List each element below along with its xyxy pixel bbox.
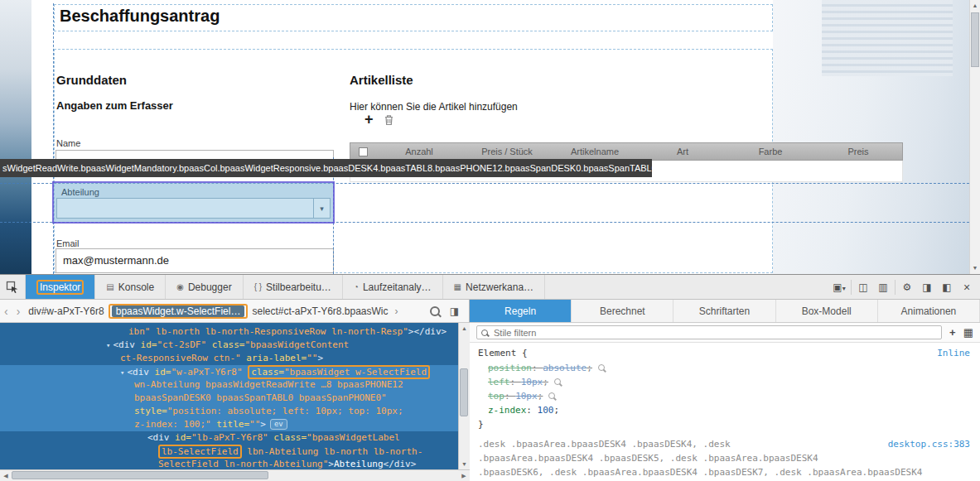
markup-line[interactable]: lb-SelectField lbn-Abteilung lb-north lb… <box>0 445 458 458</box>
markup-vertical-scrollbar[interactable]: ▲ ▼ <box>458 323 470 469</box>
markup-token: <div <box>127 367 149 378</box>
tab-console[interactable]: ▤ Konsole <box>95 275 166 299</box>
breadcrumb-forward-icon[interactable]: › <box>12 305 25 318</box>
scrollbar-thumb[interactable] <box>12 471 268 479</box>
select-all-checkbox[interactable] <box>359 147 368 156</box>
css-property-overridden[interactable]: positionabsolute <box>478 361 972 375</box>
split-console-icon[interactable]: ◫ <box>853 281 873 293</box>
abteilung-select-widget[interactable]: Abteilung ▾ <box>54 183 333 222</box>
element-picker-icon <box>6 281 19 294</box>
page-scrollbar-thumb[interactable] <box>971 12 979 67</box>
property-name[interactable]: position <box>488 363 543 373</box>
property-value[interactable]: absolute <box>543 363 592 373</box>
search-property-icon[interactable] <box>598 364 605 371</box>
markup-token: > <box>260 419 266 430</box>
dock-select-icon[interactable]: ▣▾ <box>829 281 849 293</box>
scroll-left-icon[interactable]: ◀ <box>0 470 12 481</box>
breadcrumb-item-div[interactable]: div#w-aPxT-Y6r8 <box>24 305 108 317</box>
annotation-box-breadcrumb: bpaasWidget.w-SelectFiel… <box>109 304 249 319</box>
property-name[interactable]: z-index <box>488 405 538 416</box>
css-property-overridden[interactable]: top10px <box>478 389 972 403</box>
rule-element[interactable]: Element { Inline <box>478 346 972 360</box>
search-icon[interactable] <box>430 306 440 316</box>
tab-box-model[interactable]: Box-Modell <box>776 300 878 322</box>
abteilung-select[interactable]: ▾ <box>56 198 331 219</box>
add-article-button[interactable]: + <box>364 111 374 128</box>
scroll-down-icon[interactable]: ▼ <box>970 262 980 274</box>
markup-line[interactable]: <div id="lb-aPxT-Y6r8" class="bpaasWidge… <box>0 431 458 445</box>
css-selector-line[interactable]: .desk .bpaasArea.bpaasDESK4 .bpaasDESK4,… <box>478 437 972 451</box>
search-property-icon[interactable] <box>548 392 555 399</box>
property-name[interactable]: left <box>488 377 521 387</box>
property-value[interactable]: 10px <box>521 377 548 387</box>
stylesheet-source-link[interactable]: desktop.css:383 <box>888 437 970 451</box>
search-property-icon[interactable] <box>554 378 561 385</box>
pseudo-class-toggle-icon[interactable]: ▦ <box>963 326 973 339</box>
tab-performance[interactable]: ◔ Laufzeitanaly… <box>343 275 443 299</box>
tab-inspector[interactable]: Inspektor <box>26 275 95 299</box>
column-header-art: Art <box>639 147 727 156</box>
tab-network[interactable]: ▦ Netzwerkana… <box>443 275 545 299</box>
add-rule-icon[interactable]: + <box>949 326 956 339</box>
dock-side-icon[interactable]: ◧ <box>937 281 957 293</box>
tab-inspector-label: Inspektor <box>40 281 80 293</box>
rule-selector[interactable]: Element <box>478 348 516 358</box>
property-name[interactable]: top <box>488 391 515 402</box>
markup-line-selected[interactable]: bpaasSpanDESK0 bpaasSpanTABL0 bpaasSpanP… <box>0 392 458 405</box>
markup-token: "lb-aPxT-Y6r8" <box>191 432 268 443</box>
tab-computed[interactable]: Berechnet <box>572 300 673 322</box>
dropdown-arrow-icon[interactable]: ▾ <box>313 199 330 218</box>
markup-line-selected[interactable]: z-index: 100;" title="">ev <box>0 418 458 431</box>
css-property[interactable]: z-index100 <box>478 403 972 417</box>
style-filter-input[interactable] <box>492 327 937 339</box>
css-selector-line[interactable]: .bpaasArea.bpaasDESK4 .bpaasDESK5, .desk… <box>478 451 972 465</box>
scroll-right-icon[interactable]: ▶ <box>458 470 470 481</box>
scrollbar-thumb[interactable] <box>460 368 468 416</box>
expand-arrow-icon[interactable]: ▾ <box>106 341 110 349</box>
delete-article-button[interactable] <box>384 114 394 129</box>
markup-line-selected[interactable]: wn-Abteilung bpaasWidgetReadWrite …8 bpa… <box>0 378 458 392</box>
property-value[interactable]: 100 <box>538 405 560 416</box>
page-scrollbar[interactable]: ▲ ▼ <box>969 0 980 274</box>
dock-bottom-icon[interactable]: ◨ <box>917 281 937 293</box>
search-icon <box>481 329 488 336</box>
breadcrumb-back-icon[interactable]: ‹ <box>0 305 12 318</box>
email-input[interactable]: max@mustermann.de <box>56 248 334 273</box>
tab-rules[interactable]: Regeln <box>470 300 572 322</box>
css-property-overridden[interactable]: left10px <box>478 375 972 389</box>
markup-line[interactable]: ct-ResponsiveRow ctn-" aria-label=""> <box>0 352 458 365</box>
selector-text[interactable]: .desk .bpaasArea.bpaasDESK4 .bpaasDESK4,… <box>478 439 731 450</box>
sidebar-toggle-icon[interactable]: ◨ <box>450 305 459 317</box>
markup-token: lbn-Abteilung lb-north lb-north- <box>242 446 423 457</box>
scroll-up-icon[interactable]: ▲ <box>970 0 980 12</box>
responsive-mode-icon[interactable]: ▥ <box>873 281 893 293</box>
tab-animations[interactable]: Animationen <box>878 300 980 322</box>
scroll-up-icon[interactable]: ▲ <box>459 323 470 334</box>
close-icon[interactable]: × <box>957 281 977 294</box>
markup-token: </div> <box>384 459 417 469</box>
property-value[interactable]: 10px <box>515 391 543 402</box>
css-selector-line[interactable]: .bpaasDESK6, .desk .bpaasArea.bpaasDESK4… <box>478 465 972 479</box>
column-header-preis: Preis <box>814 147 902 156</box>
event-badge[interactable]: ev <box>270 419 287 430</box>
breadcrumb-item-select[interactable]: select#ct-aPxT-Y6r8.bpaasWic <box>248 305 392 317</box>
settings-icon[interactable]: ⚙ <box>897 281 917 293</box>
markup-horizontal-scrollbar[interactable]: ◀ ▶ <box>0 469 470 481</box>
scroll-down-icon[interactable]: ▼ <box>459 459 470 469</box>
screenshot-root: Beschaffungsantrag Grunddaten Angaben zu… <box>0 0 980 481</box>
tab-style-editor[interactable]: { } Stilbearbeitu… <box>244 275 343 299</box>
breadcrumb-item-selected[interactable]: bpaasWidget.w-SelectFiel… <box>112 305 245 317</box>
markup-token: <div <box>147 432 170 443</box>
email-field-label: Email <box>56 238 80 248</box>
tab-fonts[interactable]: Schriftarten <box>673 300 775 322</box>
markup-line-selected[interactable]: style="position: absolute; left: 10px; t… <box>0 405 458 418</box>
markup-token: lb-SelectField <box>162 446 239 457</box>
expand-arrow-icon[interactable]: ▾ <box>120 368 124 377</box>
markup-line[interactable]: ▾<div id="ct-2sDF" class="bpaasWidgetCon… <box>0 339 458 352</box>
rule-source-inline[interactable]: Inline <box>937 346 970 360</box>
element-picker-button[interactable] <box>0 275 26 299</box>
markup-line-selected[interactable]: ▾<div id="w-aPxT-Y6r8" class="bpaasWidge… <box>0 365 458 378</box>
markup-line[interactable]: ibn" lb-north lb-north-ResponsiveRow ln-… <box>0 325 458 339</box>
markup-line[interactable]: SelectField ln-north-Abteilung">Abteilun… <box>0 458 458 469</box>
tab-debugger[interactable]: ◉ Debugger <box>166 275 243 299</box>
